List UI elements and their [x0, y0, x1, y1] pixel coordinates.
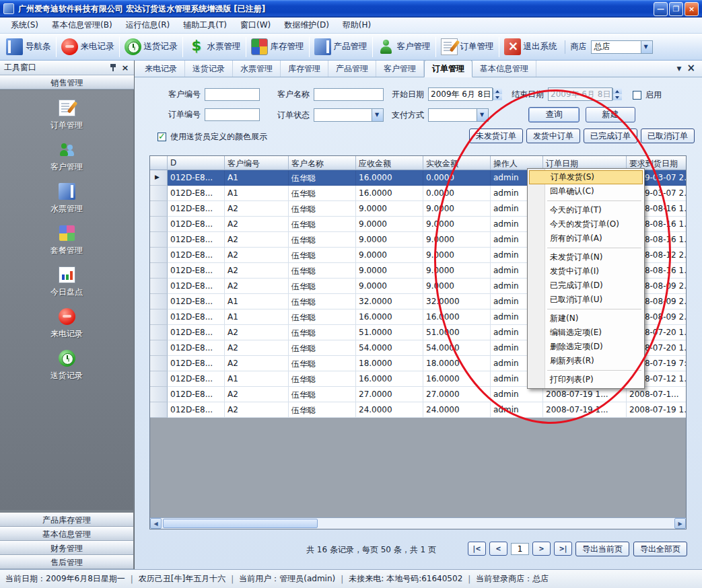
grid-header-4[interactable]: 实收金额 — [423, 156, 491, 170]
customer-name-input[interactable] — [314, 88, 384, 101]
export-all-pages-button[interactable]: 导出全部页 — [633, 542, 687, 556]
customer-no-input[interactable] — [205, 88, 260, 101]
scroll-right-icon[interactable]: ▶ — [674, 518, 686, 529]
row-selector[interactable] — [150, 325, 168, 340]
menu-item-1[interactable]: 基本信息管理(B) — [45, 17, 119, 33]
date-spinner-icon[interactable] — [612, 88, 622, 100]
tool-window-close-icon[interactable] — [120, 63, 130, 73]
query-button[interactable]: 查询 — [528, 107, 580, 122]
scrollbar-thumb[interactable] — [163, 519, 318, 528]
sidebar-item-6[interactable]: 送货记录 — [50, 350, 83, 381]
last-page-button[interactable]: >| — [554, 542, 572, 556]
row-selector[interactable] — [150, 232, 168, 248]
first-page-button[interactable]: |< — [468, 542, 486, 556]
toolbar-navigation-button[interactable]: 导航条 — [3, 36, 55, 57]
toolbar-product-button[interactable]: 产品管理 — [311, 36, 371, 57]
status-filter-button-3[interactable]: 已取消订单 — [641, 128, 695, 143]
grid-header-3[interactable]: 应收金额 — [356, 156, 423, 170]
context-menu-item-5[interactable]: 所有的订单(A) — [528, 231, 643, 246]
status-filter-button-2[interactable]: 已完成订单 — [584, 128, 637, 143]
sidebar-item-2[interactable]: 水票管理 — [50, 183, 83, 215]
context-menu-item-3[interactable]: 今天的订单(T) — [528, 203, 643, 217]
menu-item-4[interactable]: 窗口(W) — [234, 17, 277, 33]
color-display-checkbox[interactable] — [157, 133, 166, 141]
tab-0[interactable]: 来电记录 — [137, 61, 185, 77]
row-selector[interactable] — [150, 170, 168, 186]
toolbar-inventory-button[interactable]: 库存管理 — [248, 36, 308, 57]
row-selector[interactable] — [150, 356, 168, 371]
row-selector[interactable] — [150, 201, 168, 217]
sidebar-group-1[interactable]: 基本信息管理 — [0, 527, 133, 541]
date-spinner-icon[interactable] — [493, 88, 502, 100]
status-filter-button-1[interactable]: 发货中订单 — [526, 128, 580, 143]
pay-method-select[interactable] — [428, 108, 489, 122]
toolbar-customer-button[interactable]: 客户管理 — [374, 36, 434, 57]
context-menu-item-10[interactable]: 已取消订单(U) — [528, 293, 643, 307]
tab-2[interactable]: 水票管理 — [233, 61, 281, 77]
context-menu-item-0[interactable]: 订单发货(S) — [529, 170, 643, 184]
row-selector[interactable] — [150, 186, 168, 201]
toolbar-call-records-button[interactable]: 来电记录 — [58, 36, 118, 57]
scroll-left-icon[interactable]: ◀ — [150, 518, 162, 529]
sidebar-group-sales[interactable]: 销售管理 — [0, 75, 134, 89]
context-menu-item-17[interactable]: 打印列表(P) — [528, 373, 643, 387]
sidebar-group-0[interactable]: 产品库存管理 — [0, 513, 133, 527]
row-selector[interactable] — [150, 248, 168, 263]
combo-arrow-icon[interactable] — [477, 109, 488, 121]
toolbar-exit-button[interactable]: 退出系统 — [501, 36, 561, 57]
close-button[interactable]: × — [685, 2, 699, 16]
enable-checkbox[interactable] — [633, 91, 641, 100]
row-selector[interactable] — [150, 263, 168, 279]
table-row[interactable]: 012D-E8...A2伍华聪27.000027.0000admin2008-0… — [150, 387, 686, 402]
toolbar-order-button[interactable]: 订单管理 — [437, 36, 497, 57]
menu-item-3[interactable]: 辅助工具(T) — [176, 17, 234, 33]
combo-arrow-icon[interactable] — [641, 41, 652, 53]
grid-header-0[interactable]: D — [168, 156, 225, 170]
context-menu-item-8[interactable]: 发货中订单(I) — [528, 264, 643, 279]
tab-5[interactable]: 客户管理 — [376, 61, 424, 77]
order-status-select[interactable] — [314, 108, 384, 122]
restore-button[interactable]: ❐ — [669, 2, 683, 16]
toolbar-delivery-records-button[interactable]: 送货记录 — [121, 36, 181, 57]
minimize-button[interactable]: — — [654, 2, 668, 16]
store-select[interactable]: 总店 — [591, 40, 653, 54]
context-menu-item-15[interactable]: 刷新列表(R) — [528, 354, 643, 368]
menu-item-6[interactable]: 帮助(H) — [336, 17, 378, 33]
order-no-input[interactable] — [205, 108, 260, 121]
next-page-button[interactable]: > — [532, 542, 551, 556]
row-selector[interactable] — [150, 309, 168, 325]
sidebar-item-4[interactable]: 今日盘点 — [50, 266, 83, 298]
tab-1[interactable]: 送货记录 — [185, 61, 233, 77]
new-button[interactable]: 新建 — [586, 107, 635, 122]
row-selector[interactable] — [150, 340, 168, 356]
row-selector[interactable] — [150, 371, 168, 387]
menu-item-2[interactable]: 运行信息(R) — [119, 17, 177, 33]
menu-item-0[interactable]: 系统(S) — [4, 17, 45, 33]
context-menu-item-4[interactable]: 今天的发货订单(O) — [528, 217, 643, 231]
context-menu-item-1[interactable]: 回单确认(C) — [528, 184, 643, 198]
prev-page-button[interactable]: < — [489, 542, 507, 556]
context-menu-item-13[interactable]: 编辑选定项(E) — [528, 326, 643, 340]
grid-header-2[interactable]: 客户名称 — [289, 156, 356, 170]
tab-7[interactable]: 基本信息管理 — [472, 61, 536, 77]
row-selector[interactable] — [150, 294, 168, 309]
menu-item-5[interactable]: 数据维护(D) — [277, 17, 336, 33]
context-menu-item-9[interactable]: 已完成订单(D) — [528, 279, 643, 293]
sidebar-item-1[interactable]: 客户管理 — [50, 141, 83, 173]
context-menu-item-14[interactable]: 删除选定项(D) — [528, 340, 643, 354]
grid-header-1[interactable]: 客户编号 — [225, 156, 289, 170]
status-filter-button-0[interactable]: 未发货订单 — [469, 128, 523, 143]
tab-6[interactable]: 订单管理 — [424, 60, 472, 77]
context-menu-item-12[interactable]: 新建(N) — [528, 311, 643, 326]
horizontal-scrollbar[interactable]: ◀ ▶ — [150, 517, 686, 529]
sidebar-item-0[interactable]: 订单管理 — [50, 100, 83, 131]
row-selector[interactable] — [150, 279, 168, 294]
row-selector[interactable] — [150, 387, 168, 402]
export-current-page-button[interactable]: 导出当前页 — [575, 542, 629, 556]
tab-list-dropdown-icon[interactable] — [677, 63, 682, 73]
end-date-picker[interactable]: 2009年 6月 8日 — [548, 87, 612, 101]
table-row[interactable]: 012D-E8...A2伍华聪24.000024.0000admin2008-0… — [150, 402, 686, 418]
toolbar-water-ticket-button[interactable]: 水票管理 — [184, 36, 244, 57]
tab-close-icon[interactable] — [687, 62, 695, 74]
page-number-input[interactable] — [511, 543, 529, 555]
